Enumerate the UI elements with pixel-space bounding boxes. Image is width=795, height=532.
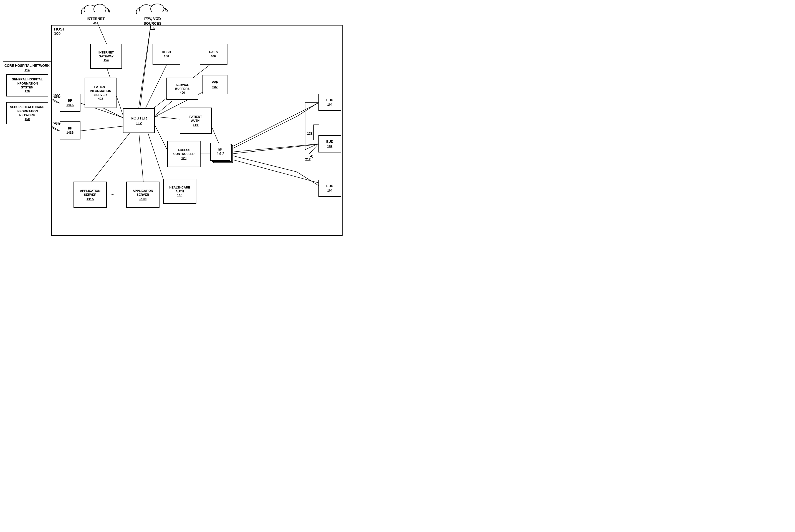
general-hospital-box: GENERAL HOSPITALINFORMATIONSYSTEM 170: [6, 74, 48, 96]
secure-healthcare-number: 160: [25, 117, 30, 121]
eud-top-title: EUD: [326, 98, 333, 102]
pvr-number: 406": [211, 85, 218, 89]
diagram-container: 123A 123B INTERNET 410: [0, 0, 398, 266]
if-141a-number: 141A: [66, 103, 74, 107]
app-server-n-number: 144N: [139, 197, 146, 201]
secure-healthcare-title: SECURE HEALTHCAREINFORMATIONNETWORK: [10, 105, 44, 117]
patient-auth-box: PATIENTAUTH. 114': [180, 108, 211, 134]
app-server-n-title: APPLICATIONSERVER: [133, 189, 153, 197]
patient-info-server-box: PATIENTINFORMATIONSERVER 402: [85, 78, 116, 108]
if-141b-box: I/F 141B: [60, 121, 80, 139]
app-server-n-box: APPLICATIONSERVER 144N: [126, 182, 160, 208]
internet-gateway-box: INTERNETGATEWAY 154: [90, 44, 122, 69]
healthcare-auth-title: HEALTHCAREAUTH: [169, 186, 190, 193]
paes-number: 406': [211, 54, 217, 58]
eud-top-number: 104: [327, 102, 332, 107]
access-controller-title: ACCESSCONTROLLER: [173, 148, 195, 156]
router-box: ROUTER 112: [123, 108, 155, 133]
host-label: HOST100: [54, 27, 65, 36]
paes-box: PAES 406': [200, 44, 227, 64]
if-141a-box: I/F 141A: [60, 94, 80, 112]
eud-bot-title: EUD: [326, 184, 333, 189]
healthcare-auth-number: 116: [177, 193, 182, 197]
service-buffers-title: SERVICEBUFFERS: [175, 83, 190, 91]
router-title: ROUTER: [131, 116, 147, 120]
eud-mid-box: EUD 104: [318, 135, 341, 152]
app-server-a-number: 144A: [87, 197, 94, 201]
eud-bot-box: EUD 104: [318, 179, 341, 197]
eud-mid-title: EUD: [326, 140, 333, 144]
eud-bot-number: 104: [327, 189, 332, 192]
if-142-title: I/F: [218, 148, 222, 151]
secure-healthcare-box: SECURE HEALTHCAREINFORMATIONNETWORK 160: [6, 102, 48, 124]
desh-number: 180: [164, 54, 169, 58]
patient-auth-number: 114': [193, 123, 199, 127]
core-hospital-network-number: 114: [24, 68, 30, 72]
pvr-box: PVR 406": [203, 75, 227, 94]
eud-mid-number: 104: [327, 144, 332, 148]
service-buffers-number: 406: [180, 91, 185, 95]
desh-title: DESH: [162, 50, 171, 55]
core-hospital-network-title: CORE HOSPITAL NETWORK: [4, 64, 50, 68]
app-server-a-title: APPLICATIONSERVER: [80, 189, 100, 197]
access-controller-number: 120: [181, 156, 186, 160]
patient-info-server-title: PATIENTINFORMATIONSERVER: [90, 85, 111, 97]
if-142-number: 142: [217, 151, 224, 156]
service-buffers-box: SERVICEBUFFERS 406: [166, 78, 198, 100]
desh-box: DESH 180: [152, 44, 180, 64]
general-hospital-number: 170: [25, 89, 30, 93]
if-141a-title: I/F: [68, 99, 72, 103]
internet-gateway-title: INTERNETGATEWAY: [98, 51, 114, 58]
healthcare-auth-box: HEALTHCAREAUTH 116: [163, 179, 197, 204]
eud-top-box: EUD 104: [318, 94, 341, 111]
label-138: 138: [307, 132, 313, 136]
access-controller-box: ACCESSCONTROLLER 120: [167, 141, 201, 167]
if-141b-number: 141B: [66, 131, 74, 134]
internet-gateway-number: 154: [104, 58, 109, 62]
general-hospital-title: GENERAL HOSPITALINFORMATIONSYSTEM: [12, 77, 42, 89]
paes-title: PAES: [209, 50, 218, 55]
patient-info-server-number: 402: [98, 97, 103, 101]
app-server-a-box: APPLICATIONSERVER 144A: [74, 182, 107, 208]
internet-cloud: INTERNET 410: [78, 2, 114, 25]
router-number: 112: [136, 121, 142, 126]
patient-auth-title: PATIENTAUTH.: [189, 115, 202, 123]
ellipsis: ...: [110, 191, 114, 196]
pvr-title: PVR: [211, 80, 219, 85]
arrow-212-icon: ➤: [309, 153, 313, 159]
if-141b-title: I/F: [68, 127, 72, 131]
